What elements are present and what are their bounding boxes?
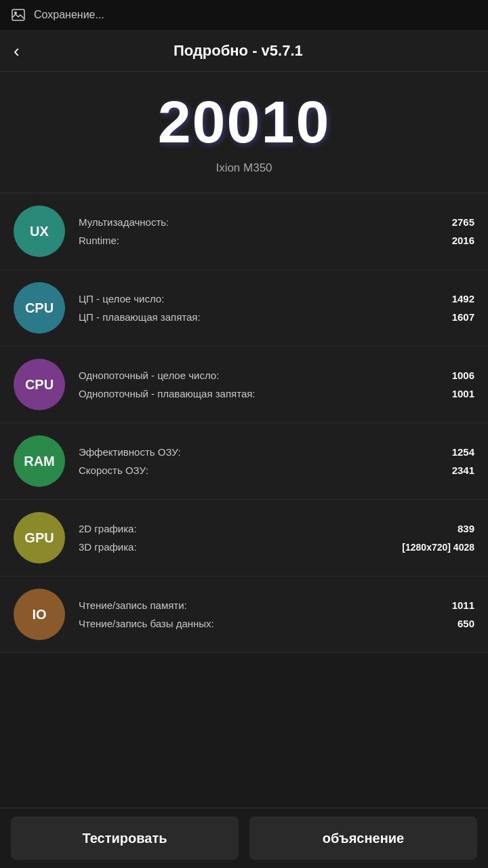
io-label-1: Чтение/запись базы данных: [79, 618, 214, 629]
gpu-metric-1: 3D графика: [868x488] 4028 [79, 538, 474, 556]
ux-metric-1: Runtime: 2016 [79, 231, 474, 250]
cpu1-icon: CPU [14, 282, 65, 334]
image-icon [11, 7, 26, 22]
io-details: Чтение/запись памяти: 1011 Чтение/запись… [79, 596, 474, 633]
page-title: Подробно - v5.7.1 [33, 42, 443, 60]
gpu-label-1: 3D графика: [79, 541, 137, 553]
cpu2-metric-0: Однопоточный - целое число: 1006 [79, 366, 474, 384]
ux-label-1: Runtime: [79, 235, 119, 246]
main-content: 20010 Ixion M350 UX Мультизадачность: 27… [0, 72, 488, 721]
cpu2-details: Однопоточный - целое число: 1006 Однопот… [79, 366, 474, 403]
cpu1-label-0: ЦП - целое число: [79, 293, 164, 304]
explain-button[interactable]: объяснение [249, 816, 477, 860]
benchmark-row-cpu1: CPU ЦП - целое число: 1492 ЦП - плавающа… [0, 270, 488, 347]
cpu1-label-1: ЦП - плавающая запятая: [79, 311, 201, 323]
svg-rect-0 [12, 9, 24, 20]
ram-icon: RAM [14, 435, 65, 487]
io-label-0: Чтение/запись памяти: [79, 599, 187, 611]
gpu-icon: GPU [14, 512, 65, 564]
status-text: Сохранение... [34, 9, 104, 21]
ux-value-0: 2765 [420, 216, 474, 228]
ram-label-1: Скорость ОЗУ: [79, 465, 148, 476]
status-bar: Сохранение... [0, 0, 488, 30]
io-metric-1: Чтение/запись базы данных: 650 [79, 614, 474, 633]
ram-value-0: 1254 [420, 446, 474, 458]
cpu2-label-1: Однопоточный - плавающая запятая: [79, 388, 256, 399]
cpu2-value-1: 1001 [420, 388, 474, 399]
ram-value-1: 2341 [420, 465, 474, 476]
io-value-0: 1011 [420, 599, 474, 611]
ux-value-1: 2016 [420, 235, 474, 246]
gpu-value-1: [868x488] 4028 [402, 542, 474, 553]
cpu2-icon: CPU [14, 359, 65, 410]
benchmark-row-cpu2: CPU Однопоточный - целое число: 1006 Одн… [0, 347, 488, 423]
ux-details: Мультизадачность: 2765 Runtime: 2016 [79, 213, 474, 250]
cpu1-details: ЦП - целое число: 1492 ЦП - плавающая за… [79, 290, 474, 326]
benchmark-row-io: IO Чтение/запись памяти: 1011 Чтение/зап… [0, 576, 488, 653]
cpu1-metric-1: ЦП - плавающая запятая: 1607 [79, 308, 474, 326]
back-button[interactable]: ‹ [14, 42, 20, 60]
io-icon: IO [14, 589, 65, 640]
cpu1-value-0: 1492 [420, 293, 474, 304]
io-metric-0: Чтение/запись памяти: 1011 [79, 596, 474, 614]
ram-metric-0: Эффективность ОЗУ: 1254 [79, 443, 474, 461]
app-header: ‹ Подробно - v5.7.1 [0, 30, 488, 72]
cpu2-value-0: 1006 [420, 370, 474, 381]
ux-label-0: Мультизадачность: [79, 216, 169, 228]
test-button[interactable]: Тестировать [11, 816, 239, 860]
gpu-label-0: 2D графика: [79, 523, 137, 534]
benchmark-row-ram: RAM Эффективность ОЗУ: 1254 Скорость ОЗУ… [0, 423, 488, 500]
cpu1-value-1: 1607 [420, 311, 474, 323]
bottom-bar: Тестировать объяснение [0, 808, 488, 868]
io-value-1: 650 [420, 618, 474, 629]
device-name: Ixion M350 [14, 161, 474, 175]
gpu-value-0: 839 [420, 523, 474, 534]
gpu-metric-0: 2D графика: 839 [79, 519, 474, 538]
benchmark-row-gpu: GPU 2D графика: 839 3D графика: [1280x72… [0, 500, 488, 576]
ux-icon: UX [14, 205, 65, 257]
benchmark-list: UX Мультизадачность: 2765 Runtime: 2016 … [0, 193, 488, 653]
ram-label-0: Эффективность ОЗУ: [79, 446, 181, 458]
ram-metric-1: Скорость ОЗУ: 2341 [79, 461, 474, 479]
cpu2-metric-1: Однопоточный - плавающая запятая: 1001 [79, 384, 474, 403]
ux-metric-0: Мультизадачность: 2765 [79, 213, 474, 231]
ram-details: Эффективность ОЗУ: 1254 Скорость ОЗУ: 23… [79, 443, 474, 479]
cpu1-metric-0: ЦП - целое число: 1492 [79, 290, 474, 308]
benchmark-row-ux: UX Мультизадачность: 2765 Runtime: 2016 [0, 193, 488, 270]
total-score: 20010 [14, 92, 474, 152]
score-section: 20010 Ixion M350 [0, 72, 488, 193]
gpu-details: 2D графика: 839 3D графика: [868x488] 4… [79, 519, 474, 556]
cpu2-label-0: Однопоточный - целое число: [79, 370, 219, 381]
